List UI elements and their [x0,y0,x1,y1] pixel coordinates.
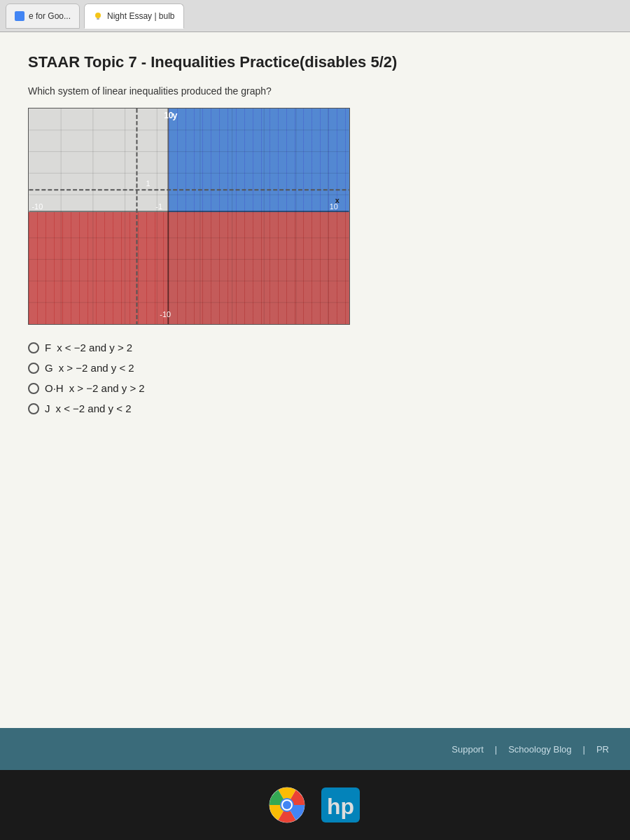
google-favicon [15,11,24,21]
choice-F-text: x < −2 and y > 2 [57,342,132,354]
footer-schoology[interactable]: Schoology Blog [508,744,571,755]
footer-pr[interactable]: PR [596,744,609,755]
svg-point-0 [95,13,101,18]
tab-night-essay[interactable]: Night Essay | bulb [84,4,184,29]
radio-G[interactable] [28,363,39,374]
svg-text:hp: hp [327,794,354,819]
choice-H-letter: O·H [45,382,64,394]
quad-top-right [169,108,350,212]
svg-point-34 [283,801,291,809]
choice-F[interactable]: F x < −2 and y > 2 [28,342,602,354]
footer-support[interactable]: Support [451,744,484,755]
tab-google-label: e for Goo... [29,11,71,21]
choice-H[interactable]: O·H x > −2 and y > 2 [28,382,602,394]
footer-sep-1: | [495,744,497,755]
tab-night-essay-label: Night Essay | bulb [107,11,175,21]
choice-H-text: x > −2 and y > 2 [69,382,145,394]
bulb-favicon [93,11,103,21]
graph-container: 10 y 1 -10 -1 10 x -10 [28,108,350,325]
choice-G[interactable]: G x > −2 and y < 2 [28,362,602,374]
tab-google[interactable]: e for Goo... [6,4,80,29]
quad-bottom-left [29,212,169,325]
answer-choices: F x < −2 and y > 2 G x > −2 and y < 2 O·… [28,342,602,414]
radio-H[interactable] [28,383,39,394]
hp-logo[interactable]: hp [319,786,361,825]
quad-bottom-right [169,212,350,325]
choice-J-text: x < −2 and y < 2 [56,402,132,414]
choice-J[interactable]: J x < −2 and y < 2 [28,402,602,414]
footer-sep-2: | [583,744,585,755]
radio-F[interactable] [28,342,39,354]
quad-top-left [29,108,169,212]
taskbar: hp [0,770,630,840]
choice-G-letter: G [45,362,53,374]
page-title: STAAR Topic 7 - Inequalities Practice(di… [28,53,602,71]
main-content: STAAR Topic 7 - Inequalities Practice(di… [0,32,630,770]
graph-canvas: 10 y 1 -10 -1 10 x -10 [28,108,350,325]
radio-J[interactable] [28,403,39,414]
svg-rect-1 [97,18,99,20]
chrome-icon[interactable] [269,787,305,823]
question-text: Which system of linear inequalities prod… [28,85,602,97]
tab-bar: e for Goo... Night Essay | bulb [0,0,630,32]
footer-bar: Support | Schoology Blog | PR [0,728,630,770]
choice-G-text: x > −2 and y < 2 [59,362,134,374]
choice-J-letter: J [45,402,50,414]
choice-F-letter: F [45,342,51,354]
